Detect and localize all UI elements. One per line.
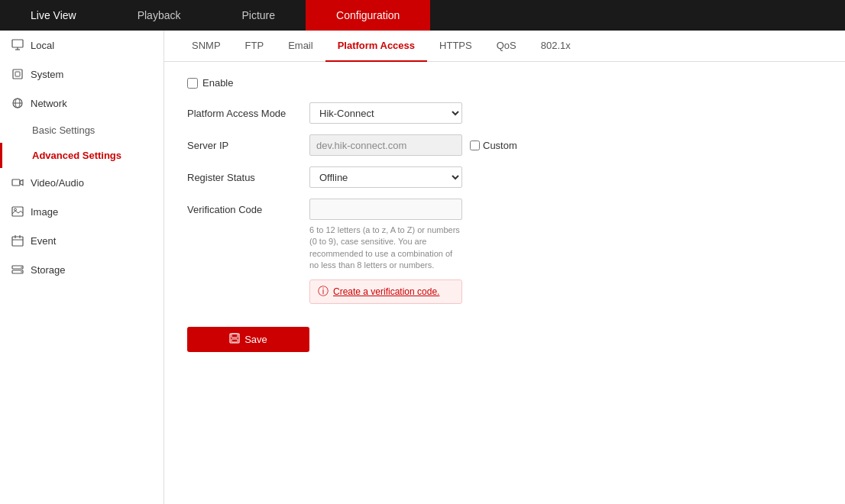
monitor-icon bbox=[11, 38, 24, 52]
server-ip-label: Server IP bbox=[187, 140, 309, 151]
nav-picture[interactable]: Picture bbox=[211, 0, 306, 31]
custom-checkbox[interactable] bbox=[470, 141, 480, 150]
sidebar-item-system[interactable]: System bbox=[0, 60, 163, 89]
main-layout: Local System Network Basic Settin bbox=[0, 31, 845, 504]
warning-text[interactable]: Create a verification code. bbox=[333, 286, 439, 297]
sidebar-label-advanced-settings: Advanced Settings bbox=[32, 150, 121, 161]
svg-point-18 bbox=[21, 267, 22, 268]
tab-platform-access[interactable]: Platform Access bbox=[325, 31, 427, 62]
verification-hint: 6 to 12 letters (a to z, A to Z) or numb… bbox=[309, 225, 462, 272]
custom-checkbox-group: Custom bbox=[470, 140, 517, 151]
sidebar-label-event: Event bbox=[31, 235, 56, 247]
enable-checkbox[interactable] bbox=[187, 78, 198, 89]
server-ip-row: Server IP Custom bbox=[187, 134, 822, 156]
main-content: SNMP FTP Email Platform Access HTTPS QoS… bbox=[164, 31, 845, 504]
sidebar-label-storage: Storage bbox=[31, 264, 66, 276]
sidebar-item-image[interactable]: Image bbox=[0, 197, 163, 226]
sidebar-item-advanced-settings[interactable]: Advanced Settings bbox=[0, 143, 163, 168]
sidebar-label-video-audio: Video/Audio bbox=[31, 177, 84, 189]
network-icon bbox=[11, 96, 24, 110]
save-label: Save bbox=[244, 334, 267, 345]
svg-rect-0 bbox=[12, 40, 23, 47]
sidebar-label-basic-settings: Basic Settings bbox=[32, 124, 95, 136]
sidebar-item-video-audio[interactable]: Video/Audio bbox=[0, 168, 163, 197]
event-icon bbox=[11, 234, 24, 247]
svg-rect-4 bbox=[15, 72, 20, 76]
tab-qos[interactable]: QoS bbox=[484, 31, 529, 62]
platform-access-form: Enable Platform Access Mode Hik-Connect … bbox=[164, 62, 845, 367]
verification-code-row: Verification Code bbox=[187, 199, 822, 220]
save-icon bbox=[229, 333, 240, 346]
system-icon bbox=[11, 67, 24, 81]
tab-bar: SNMP FTP Email Platform Access HTTPS QoS… bbox=[164, 31, 845, 62]
verification-code-input[interactable] bbox=[309, 199, 462, 220]
nav-live-view[interactable]: Live View bbox=[0, 0, 107, 31]
warning-box: ⓘ Create a verification code. bbox=[309, 279, 462, 304]
save-button[interactable]: Save bbox=[187, 327, 309, 352]
svg-marker-9 bbox=[20, 180, 23, 186]
tab-https[interactable]: HTTPS bbox=[427, 31, 484, 62]
sidebar-item-local[interactable]: Local bbox=[0, 31, 163, 60]
enable-row: Enable bbox=[187, 77, 822, 89]
svg-rect-3 bbox=[13, 69, 22, 79]
warning-row: ⓘ Create a verification code. bbox=[309, 279, 822, 304]
verification-code-control bbox=[309, 199, 462, 220]
sidebar-item-network[interactable]: Network bbox=[0, 89, 163, 118]
platform-access-mode-label: Platform Access Mode bbox=[187, 108, 309, 119]
sidebar-label-image: Image bbox=[31, 206, 58, 218]
register-status-control: Offline Online bbox=[309, 166, 462, 188]
sidebar: Local System Network Basic Settin bbox=[0, 31, 164, 504]
svg-rect-21 bbox=[231, 334, 238, 338]
server-ip-control: Custom bbox=[309, 134, 517, 156]
nav-playback[interactable]: Playback bbox=[107, 0, 212, 31]
custom-label[interactable]: Custom bbox=[483, 140, 517, 151]
svg-rect-8 bbox=[12, 179, 20, 186]
image-icon bbox=[11, 205, 24, 218]
tab-snmp[interactable]: SNMP bbox=[180, 31, 233, 62]
verification-code-label: Verification Code bbox=[187, 204, 309, 215]
svg-rect-12 bbox=[12, 237, 23, 246]
register-status-label: Register Status bbox=[187, 172, 309, 183]
sidebar-item-basic-settings[interactable]: Basic Settings bbox=[0, 118, 163, 143]
platform-access-mode-select[interactable]: Hik-Connect Guarding Vision bbox=[309, 102, 462, 124]
sidebar-item-storage[interactable]: Storage bbox=[0, 255, 163, 284]
storage-icon bbox=[11, 263, 24, 276]
sidebar-label-network: Network bbox=[31, 98, 67, 109]
top-nav: Live View Playback Picture Configuration bbox=[0, 0, 845, 31]
sidebar-item-event[interactable]: Event bbox=[0, 226, 163, 255]
enable-label[interactable]: Enable bbox=[202, 77, 233, 89]
warning-icon: ⓘ bbox=[318, 285, 329, 299]
tab-email[interactable]: Email bbox=[276, 31, 325, 62]
sidebar-label-system: System bbox=[31, 69, 63, 80]
tab-802-1x[interactable]: 802.1x bbox=[529, 31, 583, 62]
register-status-select[interactable]: Offline Online bbox=[309, 166, 462, 188]
tab-ftp[interactable]: FTP bbox=[233, 31, 277, 62]
register-status-row: Register Status Offline Online bbox=[187, 166, 822, 188]
platform-access-mode-control: Hik-Connect Guarding Vision bbox=[309, 102, 462, 124]
platform-access-mode-row: Platform Access Mode Hik-Connect Guardin… bbox=[187, 102, 822, 124]
sidebar-label-local: Local bbox=[31, 40, 54, 51]
video-icon bbox=[11, 176, 24, 189]
server-ip-input[interactable] bbox=[309, 134, 462, 156]
nav-configuration[interactable]: Configuration bbox=[306, 0, 430, 31]
svg-point-19 bbox=[21, 271, 22, 273]
svg-rect-22 bbox=[231, 339, 238, 342]
